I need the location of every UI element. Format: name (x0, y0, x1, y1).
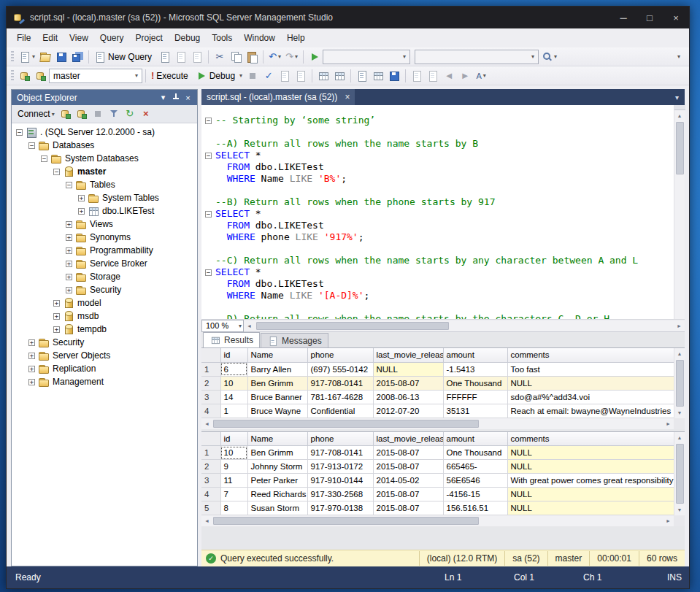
grid-cell[interactable]: 917-708-0141 (307, 446, 373, 460)
grid-cell[interactable]: Ben Grimm (247, 376, 307, 390)
scroll-right-icon[interactable]: ► (663, 418, 674, 429)
tree-item-tempdb[interactable]: +tempdb (12, 323, 197, 336)
query-options-button[interactable] (293, 68, 309, 84)
tree-item-security[interactable]: +Security (12, 336, 197, 349)
scroll-down-icon[interactable]: ▼ (674, 407, 685, 418)
column-header-name[interactable]: Name (247, 348, 307, 362)
minimize-button[interactable]: ─ (610, 7, 636, 28)
grid-cell[interactable]: Peter Parker (247, 474, 307, 488)
grid-cell[interactable]: 2015-08-07 (373, 446, 443, 460)
connect-database-button[interactable] (17, 68, 33, 84)
grid-corner-cell[interactable] (201, 348, 220, 362)
intellisense-button[interactable] (315, 68, 331, 84)
editor-horizontal-scrollbar[interactable] (255, 320, 674, 331)
scrollbar-thumb[interactable] (213, 517, 479, 525)
undo-button[interactable]: ↶▾ (266, 49, 283, 65)
expand-toggle-icon[interactable]: + (53, 326, 60, 333)
grid-cell[interactable]: NULL (507, 376, 674, 390)
grid-cell[interactable]: sdo@a#%^add34.voi (507, 390, 674, 404)
scroll-up-icon[interactable]: ▲ (674, 348, 685, 359)
collapse-region-icon[interactable]: − (205, 118, 212, 124)
scroll-left-icon[interactable]: ◄ (244, 320, 255, 331)
results-to-grid-button[interactable] (370, 68, 386, 84)
tree-item-programmability[interactable]: +Programmability (12, 244, 197, 257)
tree-item-storage[interactable]: +Storage (12, 270, 197, 283)
grid-cell[interactable]: Bruce Banner (247, 390, 307, 404)
grid-cell[interactable]: 7 (220, 488, 247, 501)
refresh-button[interactable]: ↻ (122, 106, 138, 122)
expand-toggle-icon[interactable]: + (53, 300, 60, 307)
grid-corner-cell[interactable] (201, 432, 220, 446)
toolbar-combo-1[interactable]: ▾ (323, 50, 410, 64)
tree-item-management[interactable]: +Management (12, 375, 197, 388)
grid-cell[interactable]: Johnny Storm (247, 460, 307, 474)
column-header-name[interactable]: Name (247, 432, 307, 446)
xmla-query-button[interactable] (189, 49, 205, 65)
row-number-cell[interactable]: 4 (201, 488, 220, 501)
column-header-comments[interactable]: comments (507, 348, 674, 362)
analysis-services-query-button[interactable] (173, 49, 189, 65)
parse-button[interactable]: ✓ (261, 68, 277, 84)
grid-cell[interactable]: 2008-06-13 (373, 390, 443, 404)
cancel-query-button[interactable] (245, 68, 261, 84)
row-number-cell[interactable]: 1 (201, 446, 220, 460)
expand-toggle-icon[interactable]: + (28, 339, 35, 346)
grid-cell[interactable]: With great power comes great responsibil… (507, 474, 674, 488)
close-tab-icon[interactable]: × (345, 92, 350, 102)
scrollbar-thumb[interactable] (676, 444, 684, 504)
close-panel-icon[interactable]: × (182, 93, 194, 102)
scrollbar-thumb[interactable] (213, 420, 479, 428)
toolbar-grip[interactable] (11, 70, 14, 82)
close-button[interactable]: × (663, 7, 689, 28)
grid-cell[interactable]: Bruce Wayne (247, 404, 307, 418)
tab-list-icon[interactable]: ▾ (669, 93, 685, 101)
menu-view[interactable]: View (64, 30, 94, 46)
grid-cell[interactable]: (697) 555-0142 (307, 362, 373, 376)
expand-toggle-icon[interactable]: + (78, 195, 85, 201)
menu-debug[interactable]: Debug (169, 30, 206, 46)
specify-template-button[interactable]: A▾ (473, 68, 489, 84)
grid-cell[interactable]: 10 (220, 376, 247, 390)
grid-cell[interactable]: NULL (507, 460, 674, 474)
row-number-cell[interactable]: 5 (201, 501, 220, 515)
menu-project[interactable]: Project (130, 30, 169, 46)
expand-toggle-icon[interactable]: + (66, 234, 72, 241)
available-databases-combo[interactable]: master▾ (49, 69, 142, 83)
grid-cell[interactable]: Barry Allen (247, 362, 307, 376)
tree-item-security[interactable]: +Security (12, 283, 197, 296)
grid-cell[interactable]: -1.5413 (443, 362, 507, 376)
pin-icon[interactable] (169, 93, 182, 102)
grid-cell[interactable]: Reach at email: bwayne@WayneIndustries (507, 404, 674, 418)
column-header-phone[interactable]: phone (307, 348, 373, 362)
row-number-cell[interactable]: 2 (201, 376, 220, 390)
scrollbar-thumb[interactable] (256, 322, 449, 330)
tree-item-databases[interactable]: −Databases (12, 139, 197, 152)
grid-cell[interactable]: NULL (507, 488, 674, 501)
column-header-amount[interactable]: amount (443, 348, 507, 362)
scroll-down-icon[interactable]: ▼ (674, 504, 685, 515)
tree-item--sql-server-12-0-2000-sa-[interactable]: −. (SQL Server 12.0.2000 - sa) (12, 126, 197, 139)
document-tab-script[interactable]: script.sql - (local).master (sa (52)) × (201, 89, 355, 105)
grid2-vertical-scrollbar[interactable]: ▲ ▼ (674, 432, 685, 516)
tree-item-model[interactable]: +model (12, 296, 197, 310)
filter-button[interactable] (106, 106, 122, 122)
grid-cell[interactable]: NULL (507, 446, 674, 460)
grid1-vertical-scrollbar[interactable]: ▲ ▼ (674, 348, 685, 418)
row-number-cell[interactable]: 4 (201, 404, 220, 418)
menu-window[interactable]: Window (238, 30, 281, 46)
save-all-button[interactable] (69, 49, 85, 65)
tab-results[interactable]: Results (203, 332, 260, 347)
collapse-toggle-icon[interactable]: − (41, 155, 47, 162)
grid-cell[interactable]: 665465- (443, 460, 507, 474)
column-header-id[interactable]: id (220, 432, 247, 446)
expand-toggle-icon[interactable]: + (28, 353, 35, 359)
redo-button[interactable]: ↷▾ (283, 49, 300, 65)
expand-toggle-icon[interactable]: + (28, 379, 35, 385)
tree-item-msdb[interactable]: +msdb (12, 310, 197, 323)
grid2-horizontal-scrollbar[interactable]: ◄ ► (201, 515, 685, 526)
tab-messages[interactable]: Messages (261, 333, 328, 347)
row-number-cell[interactable]: 1 (201, 362, 220, 376)
row-number-cell[interactable]: 3 (201, 474, 220, 488)
open-file-button[interactable] (37, 49, 53, 65)
title-bar[interactable]: script.sql - (local).master (sa (52)) - … (7, 7, 689, 28)
